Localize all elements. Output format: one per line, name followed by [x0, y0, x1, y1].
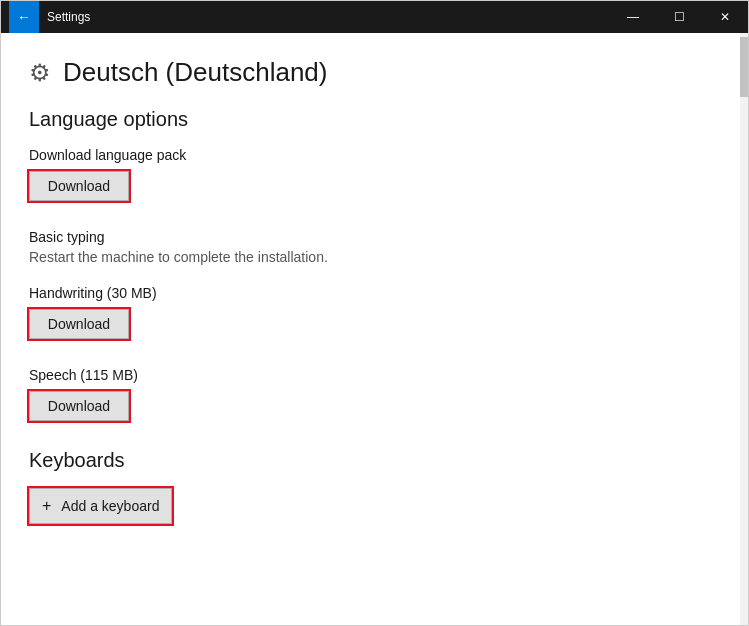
speech-section: Speech (115 MB) Download — [29, 367, 712, 441]
maximize-icon: ☐ — [674, 10, 685, 24]
minimize-button[interactable]: — — [610, 1, 656, 33]
page-header: ⚙ Deutsch (Deutschland) — [29, 57, 712, 88]
basic-typing-section: Basic typing Restart the machine to comp… — [29, 229, 712, 265]
download-btn-2-label: Download — [48, 316, 110, 332]
add-keyboard-label: Add a keyboard — [61, 498, 159, 514]
language-options-heading: Language options — [29, 108, 712, 131]
window: ← Settings — ☐ ✕ ⚙ Deutsch (Deutschland) — [0, 0, 749, 626]
speech-label: Speech (115 MB) — [29, 367, 712, 383]
download-handwriting-button[interactable]: Download — [29, 309, 129, 339]
titlebar-title: Settings — [47, 10, 90, 24]
basic-typing-info: Restart the machine to complete the inst… — [29, 249, 712, 265]
back-button[interactable]: ← — [9, 1, 39, 33]
scrollbar[interactable] — [740, 33, 748, 625]
download-btn-1-label: Download — [48, 178, 110, 194]
add-keyboard-button[interactable]: + Add a keyboard — [29, 488, 172, 524]
back-icon: ← — [17, 9, 31, 25]
main-content: ⚙ Deutsch (Deutschland) Language options… — [1, 33, 740, 625]
content-area: ⚙ Deutsch (Deutschland) Language options… — [1, 33, 748, 625]
download-btn-3-label: Download — [48, 398, 110, 414]
basic-typing-label: Basic typing — [29, 229, 712, 245]
handwriting-label: Handwriting (30 MB) — [29, 285, 712, 301]
titlebar-controls: — ☐ ✕ — [610, 1, 748, 33]
download-language-pack-button[interactable]: Download — [29, 171, 129, 201]
download-language-pack-label: Download language pack — [29, 147, 712, 163]
plus-icon: + — [42, 497, 51, 515]
gear-icon: ⚙ — [29, 59, 51, 87]
minimize-icon: — — [627, 10, 639, 24]
maximize-button[interactable]: ☐ — [656, 1, 702, 33]
titlebar-left: ← Settings — [9, 1, 90, 33]
titlebar: ← Settings — ☐ ✕ — [1, 1, 748, 33]
handwriting-section: Handwriting (30 MB) Download — [29, 285, 712, 359]
close-button[interactable]: ✕ — [702, 1, 748, 33]
download-language-pack-section: Download language pack Download — [29, 147, 712, 221]
page-title: Deutsch (Deutschland) — [63, 57, 327, 88]
close-icon: ✕ — [720, 10, 730, 24]
download-speech-button[interactable]: Download — [29, 391, 129, 421]
keyboards-heading: Keyboards — [29, 449, 712, 472]
scrollbar-thumb[interactable] — [740, 37, 748, 97]
keyboards-section: Keyboards + Add a keyboard — [29, 449, 712, 524]
